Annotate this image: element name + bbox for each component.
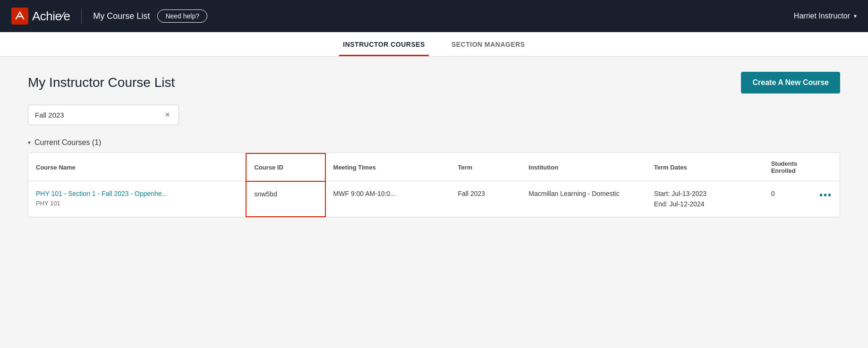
filter-container: × [28, 105, 840, 125]
tab-instructor-courses[interactable]: INSTRUCTOR COURSES [339, 32, 429, 56]
logo-svg [14, 10, 26, 22]
chevron-down-icon: ▾ [28, 139, 31, 146]
header-divider [81, 8, 82, 24]
col-header-term-dates: Term Dates [647, 153, 764, 181]
logo-icon [11, 8, 28, 25]
app-header: Achie∕e My Course List Need help? Harrie… [0, 0, 868, 32]
page-title: My Instructor Course List [28, 75, 175, 90]
user-dropdown-icon[interactable]: ▾ [854, 13, 857, 19]
col-header-course-name: Course Name [28, 153, 246, 181]
filter-input-wrap: × [28, 105, 179, 125]
courses-table: Course Name Course ID Meeting Times Term… [28, 153, 840, 217]
end-date: End: Jul-12-2024 [654, 200, 756, 208]
cell-institution: Macmillan Learning - Domestic [521, 181, 647, 217]
cell-meeting-times: MWF 9:00 AM-10:0... [325, 181, 451, 217]
tab-section-managers[interactable]: SECTION MANAGERS [448, 32, 529, 56]
col-header-term: Term [450, 153, 521, 181]
clear-filter-button[interactable]: × [163, 110, 172, 120]
main-content: My Instructor Course List Create A New C… [9, 57, 859, 233]
user-name: Harriet Instructor [794, 12, 850, 20]
col-header-course-id: Course ID [246, 153, 325, 181]
start-date: Start: Jul-13-2023 [654, 190, 756, 197]
more-options-button[interactable]: ••• [819, 190, 832, 201]
cell-actions: ••• [812, 181, 840, 217]
courses-table-container: Course Name Course ID Meeting Times Term… [28, 153, 840, 218]
logo[interactable]: Achie∕e [11, 8, 70, 25]
page-header: My Instructor Course List Create A New C… [28, 72, 840, 93]
filter-input[interactable] [35, 111, 163, 119]
header-left: Achie∕e My Course List Need help? [11, 8, 207, 25]
section-header[interactable]: ▾ Current Courses (1) [28, 138, 840, 147]
col-header-students-enrolled: Students Enrolled [764, 153, 812, 181]
tabs-nav: INSTRUCTOR COURSES SECTION MANAGERS [0, 32, 868, 57]
course-name-link[interactable]: PHY 101 - Section 1 - Fall 2023 - Oppenh… [36, 190, 238, 197]
course-subtitle: PHY 101 [36, 200, 60, 207]
logo-text: Achie∕e [32, 9, 70, 24]
cell-course-name: PHY 101 - Section 1 - Fall 2023 - Oppenh… [28, 181, 246, 217]
need-help-button[interactable]: Need help? [157, 9, 207, 23]
header-page-title: My Course List [93, 11, 150, 21]
col-header-meeting-times: Meeting Times [325, 153, 451, 181]
header-right: Harriet Instructor ▾ [794, 12, 857, 20]
section-label: Current Courses (1) [34, 138, 101, 147]
col-header-actions [812, 153, 840, 181]
col-header-institution: Institution [521, 153, 647, 181]
cell-students-enrolled: 0 [764, 181, 812, 217]
table-row: PHY 101 - Section 1 - Fall 2023 - Oppenh… [28, 181, 840, 217]
create-new-course-button[interactable]: Create A New Course [741, 72, 840, 93]
cell-term: Fall 2023 [450, 181, 521, 217]
cell-term-dates: Start: Jul-13-2023 End: Jul-12-2024 [647, 181, 764, 217]
cell-course-id: snw5bd [246, 181, 325, 217]
